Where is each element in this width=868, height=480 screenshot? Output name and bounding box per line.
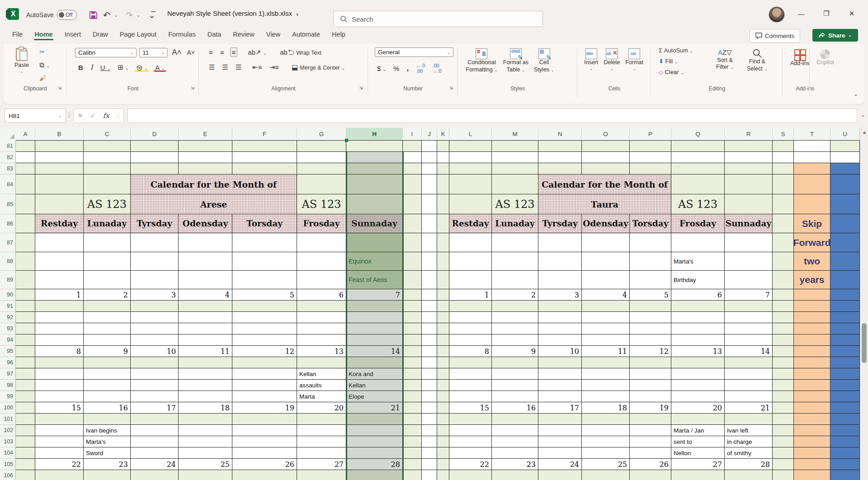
cell-B83[interactable]	[35, 163, 84, 174]
share-button[interactable]: Share ⌄	[812, 29, 858, 42]
cell-A93[interactable]	[16, 323, 35, 334]
cell-R104[interactable]: of smithy	[725, 447, 773, 459]
cell-N96[interactable]	[538, 357, 582, 368]
cell-C101[interactable]	[84, 414, 131, 425]
cell-T94[interactable]	[794, 334, 830, 346]
cell-O91[interactable]	[582, 301, 630, 312]
addins-button[interactable]: Add-ins	[788, 47, 812, 70]
cell-S92[interactable]	[773, 312, 794, 323]
cell-I96[interactable]	[403, 357, 422, 368]
cell-R91[interactable]	[725, 301, 773, 312]
cell-H86[interactable]: Sunnaday	[346, 214, 403, 233]
expand-formula-bar-icon[interactable]: ⌄	[861, 112, 865, 118]
cell-A83[interactable]	[16, 163, 35, 174]
cell-G83[interactable]	[297, 163, 346, 174]
cell-S88[interactable]	[773, 252, 794, 271]
cell-A104[interactable]	[16, 447, 35, 459]
cell-M95[interactable]: 9	[492, 346, 538, 357]
cell-J106[interactable]	[422, 470, 437, 480]
cell-F89[interactable]	[232, 271, 297, 289]
font-size-combobox[interactable]: 11⌄	[139, 48, 168, 57]
cell-T101[interactable]	[794, 414, 830, 425]
cell-R96[interactable]	[725, 357, 773, 368]
cell-G93[interactable]	[297, 323, 346, 334]
insert-function-icon[interactable]: fx	[103, 112, 109, 120]
cell-E88[interactable]	[179, 252, 232, 271]
cell-F94[interactable]	[232, 334, 297, 346]
alignment-dialog-launcher[interactable]: ⇲	[359, 85, 363, 90]
cell-A103[interactable]	[16, 436, 35, 447]
clear-button[interactable]: ◇ Clear ⌄	[657, 68, 694, 76]
cell-D103[interactable]	[131, 436, 179, 447]
cell-U94[interactable]	[830, 334, 860, 346]
cell-L96[interactable]	[449, 357, 492, 368]
cell-O100[interactable]: 18	[582, 402, 630, 414]
cell-I100[interactable]	[403, 402, 422, 414]
cell-K96[interactable]	[437, 357, 449, 368]
column-header-D[interactable]: D	[131, 128, 179, 141]
cell-M103[interactable]	[492, 436, 538, 447]
cell-O82[interactable]	[582, 152, 630, 163]
cell-N89[interactable]	[538, 271, 582, 289]
cell-B98[interactable]	[35, 380, 84, 391]
cell-B102[interactable]	[35, 425, 84, 436]
align-right-button[interactable]: ☰	[234, 63, 243, 72]
cell-U84[interactable]	[830, 174, 860, 194]
cell-I87[interactable]	[403, 233, 422, 252]
cell-I91[interactable]	[403, 301, 422, 312]
cell-E94[interactable]	[179, 334, 232, 346]
cell-N82[interactable]	[538, 152, 582, 163]
cell-H91[interactable]	[346, 301, 403, 312]
cell-G81[interactable]	[297, 140, 346, 152]
close-button[interactable]: ✕	[843, 6, 861, 21]
cell-R99[interactable]	[725, 391, 773, 402]
cell-L94[interactable]	[449, 334, 492, 346]
sort-filter-button[interactable]: AZ▽ Sort & Filter ⌄	[713, 46, 736, 74]
cell-E96[interactable]	[179, 357, 232, 368]
cell-J89[interactable]	[422, 271, 437, 289]
format-cells-button[interactable]: Format⌄	[623, 46, 646, 74]
tab-page-layout[interactable]: Page Layout	[114, 27, 162, 41]
cell-A85[interactable]	[16, 194, 35, 214]
cell-B92[interactable]	[35, 312, 84, 323]
cell-R85[interactable]	[725, 194, 773, 214]
cell-I81[interactable]	[403, 140, 422, 152]
cell-G105[interactable]: 27	[297, 459, 346, 470]
cell-O87[interactable]	[582, 233, 630, 252]
paste-button[interactable]: Paste ⌄	[12, 44, 32, 77]
cell-S98[interactable]	[773, 380, 794, 391]
cell-N88[interactable]	[538, 252, 582, 271]
cell-E100[interactable]: 18	[179, 402, 232, 414]
cell-M106[interactable]	[492, 470, 538, 480]
cell-P82[interactable]	[630, 152, 671, 163]
cell-I101[interactable]	[403, 414, 422, 425]
align-left-button[interactable]: ☰	[208, 63, 216, 72]
column-header-E[interactable]: E	[179, 128, 232, 141]
cell-A88[interactable]	[16, 252, 35, 271]
cell-I82[interactable]	[403, 152, 422, 163]
cell-O86[interactable]: Odensday	[582, 214, 630, 233]
cell-D85[interactable]: Arese	[131, 194, 297, 214]
cell-K106[interactable]	[437, 470, 449, 480]
cell-B100[interactable]: 15	[35, 402, 84, 414]
cell-E98[interactable]	[179, 380, 232, 391]
cell-T87[interactable]: Forward	[794, 233, 830, 252]
cell-J103[interactable]	[422, 436, 437, 447]
cell-B103[interactable]	[35, 436, 84, 447]
cell-K99[interactable]	[437, 391, 449, 402]
cell-H104[interactable]	[346, 447, 403, 459]
enter-formula-icon[interactable]: ✓	[90, 112, 96, 120]
tab-insert[interactable]: Insert	[59, 27, 87, 41]
cell-M90[interactable]: 2	[492, 289, 538, 301]
cell-I103[interactable]	[403, 436, 422, 447]
cell-E105[interactable]: 25	[179, 459, 232, 470]
cell-H103[interactable]	[346, 436, 403, 447]
cell-J105[interactable]	[422, 459, 437, 470]
row-header-97[interactable]: 97	[0, 368, 16, 380]
excel-logo-icon[interactable]: X	[7, 8, 19, 20]
column-header-N[interactable]: N	[538, 128, 582, 141]
cell-D93[interactable]	[131, 323, 179, 334]
cell-Q94[interactable]	[671, 334, 725, 346]
cell-J104[interactable]	[422, 447, 437, 459]
font-color-button[interactable]: A ⌄	[154, 63, 166, 72]
